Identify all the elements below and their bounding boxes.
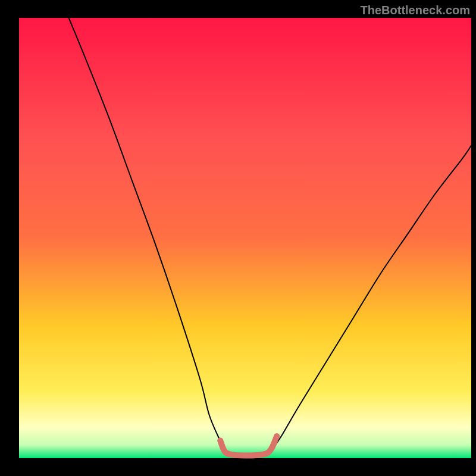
plot-background	[19, 18, 471, 458]
bottleneck-chart: TheBottleneck.com	[0, 0, 476, 476]
chart-svg	[0, 0, 476, 476]
watermark-text: TheBottleneck.com	[361, 4, 470, 17]
